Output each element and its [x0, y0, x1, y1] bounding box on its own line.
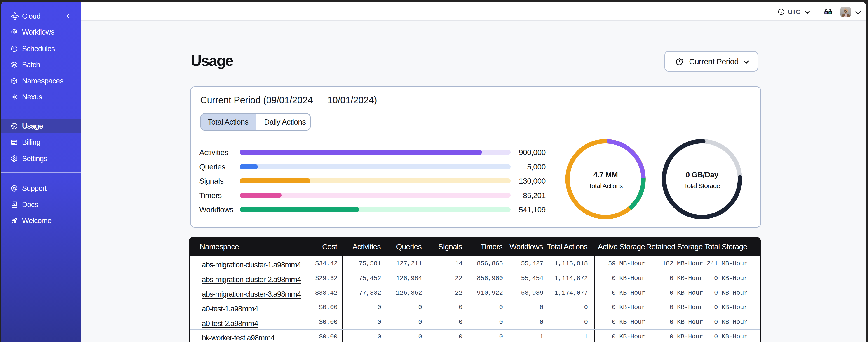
svg-text:Total Actions: Total Actions: [588, 182, 623, 190]
svg-text:4.7 MM: 4.7 MM: [593, 170, 618, 179]
svg-text:0 GB/Day: 0 GB/Day: [686, 170, 719, 179]
svg-text:Total Storage: Total Storage: [684, 182, 720, 190]
